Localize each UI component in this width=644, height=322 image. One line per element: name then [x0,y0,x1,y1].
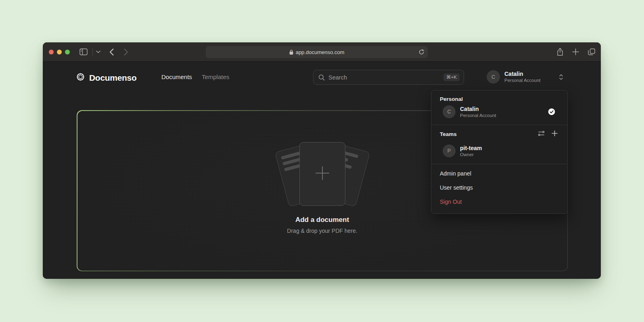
share-button[interactable] [557,48,563,56]
chevrons-up-down-icon [558,74,564,80]
toolbar-divider [92,48,93,56]
traffic-lights [49,50,70,54]
share-icon [557,48,563,56]
create-team-button[interactable] [552,130,558,138]
back-button[interactable] [109,48,114,56]
menu-item-user-settings[interactable]: User settings [436,180,562,194]
app-content: Documenso Documents Templates ⌘+K C Cata… [43,62,601,279]
avatar: C [487,70,500,84]
zoom-button[interactable] [65,50,70,54]
dropzone-title: Add a document [295,216,349,224]
search-icon [318,74,325,81]
account-menu-button[interactable]: C Catalin Personal Account [487,70,564,84]
nav-templates[interactable]: Templates [202,73,229,80]
team-item[interactable]: P pit-team Owner [436,144,562,157]
url-text: app.documenso.com [296,49,345,55]
personal-section-label: Personal [440,96,562,102]
account-dropdown-menu: Personal C Catalin Personal Account [431,90,568,214]
close-button[interactable] [49,50,54,54]
plus-icon [552,130,558,138]
manage-teams-button[interactable] [538,130,545,138]
forward-button[interactable] [124,48,128,56]
menu-divider [431,125,567,125]
chevron-down-icon [96,50,100,53]
tab-overview-button[interactable] [588,48,595,55]
account-name: Catalin [504,71,558,77]
sidebar-toggle-button[interactable] [79,48,88,55]
tabs-icon [588,48,595,55]
sliders-icon [538,130,545,138]
documenso-logo-icon [76,72,85,83]
menu-divider [431,164,567,164]
sidebar-icon [79,48,88,55]
sidebar-menu-button[interactable] [96,50,100,53]
search-shortcut-badge: ⌘+K [443,73,460,82]
avatar: C [443,105,456,118]
minimize-button[interactable] [57,50,62,54]
search-input[interactable] [328,74,443,81]
plus-icon [572,48,579,55]
chevron-left-icon [109,48,114,56]
brand-logo[interactable]: Documenso [76,72,137,83]
personal-account-item[interactable]: C Catalin Personal Account [436,105,562,118]
nav-documents[interactable]: Documents [161,73,192,80]
browser-window: app.documenso.com [43,42,601,279]
menu-item-sign-out[interactable]: Sign Out [436,194,562,209]
main-nav: Documents Templates [161,73,229,80]
toolbar-right-group [557,48,596,56]
menu-item-admin-panel[interactable]: Admin panel [436,166,562,180]
dropzone-subtitle: Drag & drop your PDF here. [287,228,357,234]
new-tab-button[interactable] [572,48,579,55]
team-name: pit-team [460,145,482,152]
lock-icon [289,50,293,55]
avatar: P [443,144,456,157]
check-circle-icon [548,108,555,115]
chevron-right-icon [124,48,128,56]
search-bar[interactable]: ⌘+K [313,70,464,85]
personal-account-type: Personal Account [460,113,496,118]
add-plus-icon [314,164,331,184]
reload-icon[interactable] [419,49,424,55]
address-bar[interactable]: app.documenso.com [206,46,428,58]
account-type: Personal Account [504,77,558,83]
teams-section-header: Teams [436,130,562,138]
team-role: Owner [460,152,482,157]
brand-name: Documenso [89,73,137,83]
personal-account-name: Catalin [460,106,496,113]
browser-toolbar: app.documenso.com [43,42,601,62]
document-stack-illustration [281,142,364,209]
desktop-background: app.documenso.com [0,0,644,322]
document-card-center [299,142,345,206]
teams-section-label: Teams [440,131,457,137]
